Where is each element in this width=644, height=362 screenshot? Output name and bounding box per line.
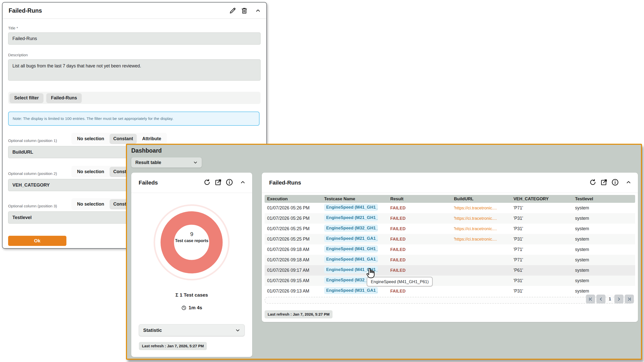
table-body: 01/07/2026 05:26 PM EngineSpeed (M41_GH1…	[265, 203, 635, 296]
buildurl-cell[interactable]: 'https://ci.tracetronic....	[451, 237, 511, 242]
column-header-buildurl: BuildURL	[451, 196, 511, 202]
config-panel-title: Failed-Runs	[9, 3, 42, 19]
last-page-icon[interactable]	[625, 295, 634, 303]
table-row[interactable]: 01/07/2026 05:25 PM EngineSpeed (M32_GH1…	[265, 224, 635, 234]
result-cell: FAILED	[388, 237, 451, 242]
previous-page-icon[interactable]	[596, 295, 605, 303]
testcase-link[interactable]: EngineSpeed (M41_GH1_P	[324, 245, 378, 252]
next-page-icon[interactable]	[614, 295, 623, 303]
execution-cell: 01/07/2026 09:13 AM	[265, 288, 324, 294]
faileds-last-refresh: Last refresh : Jan 7, 2026, 5:27 PM	[139, 342, 207, 350]
execution-cell: 01/07/2026 09:18 AM	[265, 257, 324, 263]
option-no-selection[interactable]: No selection	[73, 134, 108, 143]
horizontal-scrollbar[interactable]	[265, 297, 634, 304]
table-row[interactable]: 01/07/2026 05:26 PM EngineSpeed (M41_GH1…	[265, 203, 635, 213]
selected-filter-chip[interactable]: Failed-Runs	[46, 93, 82, 103]
veh-category-cell: 'P31'	[511, 216, 573, 221]
testcase-link[interactable]: EngineSpeed (M32_GH1_P	[324, 225, 378, 232]
refresh-icon[interactable]	[203, 178, 211, 187]
optional-column-3-label: Optional column (position 3)	[8, 204, 71, 208]
testcase-cell: EngineSpeed (M21_GH1_P	[324, 214, 388, 223]
veh-category-cell: 'P71'	[511, 247, 573, 252]
result-cell: FAILED	[388, 258, 451, 262]
delete-icon[interactable]	[241, 7, 248, 14]
open-in-new-icon[interactable]	[600, 178, 608, 187]
table-row[interactable]: 01/07/2026 09:13 AM EngineSpeed (M31_GA1…	[265, 286, 635, 296]
option-constant[interactable]: Constant	[110, 134, 137, 143]
table-row[interactable]: 01/07/2026 09:18 AM EngineSpeed (M41_GA1…	[265, 255, 635, 265]
result-cell: FAILED	[388, 247, 451, 252]
faileds-card: Faileds	[131, 173, 252, 357]
veh-category-cell: 'P31'	[511, 226, 573, 231]
buildurl-cell[interactable]: 'https://ci.tracetronic....	[451, 216, 511, 221]
testlevel-cell: system	[573, 278, 635, 283]
result-cell: FAILED	[388, 206, 451, 210]
description-field-label: Description	[8, 53, 28, 57]
first-page-icon[interactable]	[586, 295, 595, 303]
column-header-veh-category: VEH_CATEGORY	[511, 196, 573, 202]
option-attribute[interactable]: Attribute	[139, 134, 165, 143]
info-icon[interactable]	[611, 178, 619, 187]
execution-cell: 01/07/2026 09:18 AM	[265, 247, 324, 252]
ok-button[interactable]: Ok	[8, 236, 66, 246]
faileds-card-title: Faileds	[139, 173, 158, 193]
table-last-refresh: Last refresh : Jan 7, 2026, 5:27 PM	[265, 310, 333, 318]
veh-category-cell: 'P31'	[511, 288, 573, 294]
limit-note: Note: The display is limited to 100 entr…	[8, 112, 260, 126]
testlevel-cell: system	[573, 226, 635, 231]
config-panel-header: Failed-Runs	[3, 3, 266, 19]
current-page-indicator[interactable]: 1	[607, 295, 613, 303]
execution-cell: 01/07/2026 05:26 PM	[265, 205, 324, 211]
filter-strip: Select filter Failed-Runs	[8, 92, 261, 104]
title-input[interactable]: Failed-Runs	[8, 32, 261, 45]
buildurl-cell[interactable]: 'https://ci.tracetronic....	[451, 206, 511, 211]
table-row[interactable]: 01/07/2026 09:17 AM EngineSpeed (M41_GH1…	[265, 265, 635, 276]
refresh-icon[interactable]	[589, 178, 597, 187]
screenshot-canvas: Failed-Runs Title * Failed-Runs Descript…	[0, 0, 644, 362]
testcase-link[interactable]: EngineSpeed (M31_GA1_P	[324, 287, 378, 294]
testcase-link[interactable]: EngineSpeed (M21_GH1_P	[324, 214, 378, 221]
testcase-link[interactable]: EngineSpeed (M21_GA1_P	[324, 235, 378, 242]
dashboard-title: Dashboard	[131, 147, 162, 154]
view-selector-value: Result table	[131, 160, 193, 165]
collapse-icon[interactable]	[255, 7, 261, 14]
failed-runs-card: Failed-Runs	[262, 173, 638, 322]
testcase-link[interactable]: EngineSpeed (M41_GA1_P	[324, 256, 378, 263]
open-in-new-icon[interactable]	[214, 178, 222, 187]
veh-category-cell: 'P61'	[511, 268, 573, 273]
info-icon[interactable]	[225, 178, 233, 187]
testcase-cell: EngineSpeed (M31_GA1_P	[324, 287, 388, 295]
table-row[interactable]: 01/07/2026 09:15 AM EngineSpeed (M32_GH1…	[265, 276, 635, 286]
select-filter-button[interactable]: Select filter	[10, 93, 43, 103]
option-no-selection[interactable]: No selection	[73, 167, 108, 176]
table-header-row: Execution Testcase Name Result BuildURL …	[265, 195, 635, 203]
execution-cell: 01/07/2026 05:25 PM	[265, 226, 324, 231]
column-header-testlevel: Testlevel	[573, 196, 635, 202]
description-input[interactable]: List all bugs from the last 7 days that …	[8, 59, 261, 81]
chevron-down-icon	[193, 160, 198, 165]
statistic-dropdown[interactable]: Statistic	[139, 324, 245, 336]
testcase-cell: EngineSpeed (M41_GH1_P	[324, 266, 388, 275]
table-row[interactable]: 01/07/2026 09:18 AM EngineSpeed (M41_GH1…	[265, 244, 635, 255]
faileds-card-header: Faileds	[131, 173, 252, 193]
hand-cursor-icon	[365, 268, 376, 280]
option-no-selection[interactable]: No selection	[73, 199, 108, 209]
testcase-cell: EngineSpeed (M41_GH1_P	[324, 204, 388, 212]
duration-line: 1m 4s	[131, 305, 252, 311]
buildurl-cell[interactable]: 'https://ci.tracetronic....	[451, 226, 511, 231]
testlevel-cell: system	[573, 247, 635, 252]
table-row[interactable]: 01/07/2026 05:25 PM EngineSpeed (M21_GA1…	[265, 234, 635, 244]
column-header-result: Result	[388, 196, 451, 202]
table-row[interactable]: 01/07/2026 05:26 PM EngineSpeed (M21_GH1…	[265, 213, 635, 224]
donut-center-label: 9 Test case reports	[131, 231, 252, 243]
donut-center-value: 9	[131, 231, 252, 238]
result-cell: FAILED	[388, 216, 451, 221]
testcase-link[interactable]: EngineSpeed (M41_GH1_P	[324, 204, 378, 211]
edit-icon[interactable]	[229, 7, 236, 14]
collapse-icon[interactable]	[240, 179, 246, 187]
testlevel-cell: system	[573, 205, 635, 211]
collapse-icon[interactable]	[625, 179, 632, 187]
testlevel-cell: system	[573, 257, 635, 263]
view-selector-dropdown[interactable]: Result table	[131, 157, 202, 168]
statistic-dropdown-value: Statistic	[139, 328, 235, 333]
